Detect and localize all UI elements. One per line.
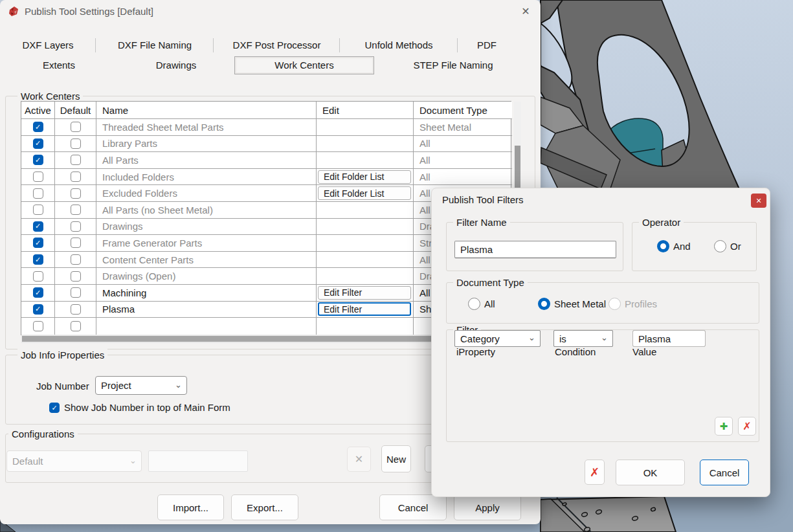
active-checkbox[interactable]: ✓: [33, 139, 43, 149]
document-type-group-label: Document Type: [453, 276, 528, 289]
tab-drawings[interactable]: Drawings: [118, 56, 234, 74]
edit-cell: [317, 119, 414, 136]
edit-button[interactable]: Edit Filter: [318, 286, 411, 300]
condition-combobox[interactable]: is ⌄: [553, 330, 613, 347]
document-type-value: All: [419, 287, 430, 298]
default-checkbox[interactable]: ✓: [71, 271, 81, 282]
default-cell: ✓: [55, 302, 96, 318]
tab-work-centers[interactable]: Work Centers: [234, 56, 374, 74]
default-checkbox[interactable]: ✓: [71, 321, 81, 331]
check-icon: ✓: [35, 124, 41, 131]
name-cell: [96, 318, 317, 335]
configurations-group-label: Configurations: [8, 428, 78, 440]
default-checkbox[interactable]: ✓: [71, 304, 81, 315]
active-checkbox[interactable]: ✓: [33, 287, 43, 298]
import-button[interactable]: Import...: [157, 494, 224, 520]
tab-step-file-naming[interactable]: STEP File Naming: [374, 56, 532, 74]
name-cell: Excluded Folders: [96, 185, 317, 202]
active-checkbox[interactable]: ✓: [33, 321, 43, 331]
edit-cell: [317, 235, 414, 252]
tab-unfold-methods[interactable]: Unfold Methods: [340, 36, 458, 54]
horizontal-scrollbar-thumb[interactable]: [22, 336, 496, 342]
active-checkbox[interactable]: ✓: [33, 188, 43, 199]
work-center-name: Plasma: [102, 304, 135, 315]
tab-pdf[interactable]: PDF: [458, 36, 516, 54]
default-checkbox[interactable]: ✓: [71, 172, 81, 182]
active-checkbox[interactable]: ✓: [33, 254, 43, 265]
publish-tool-filters-dialog: Publish Tool Filters ✕ Filter Name Opera…: [431, 188, 770, 497]
edit-cell: Edit Folder List: [317, 169, 414, 186]
active-cell: ✓: [21, 302, 55, 318]
default-checkbox[interactable]: ✓: [71, 155, 81, 165]
close-icon[interactable]: ✕: [517, 4, 534, 19]
show-job-number-checkbox[interactable]: ✓: [49, 403, 60, 413]
table-row: ✓ ✓ Threaded Sheet Metal Parts Sheet Met…: [21, 119, 511, 136]
ok-button[interactable]: OK: [616, 460, 685, 485]
default-cell: ✓: [55, 202, 96, 219]
edit-button[interactable]: Edit Filter: [318, 302, 411, 316]
radio-all[interactable]: [468, 298, 480, 310]
default-checkbox[interactable]: ✓: [71, 139, 81, 149]
document-type-value: All: [419, 138, 430, 149]
default-checkbox[interactable]: ✓: [71, 254, 81, 265]
active-checkbox[interactable]: ✓: [33, 221, 43, 232]
value-column-label: Value: [632, 346, 656, 357]
active-checkbox[interactable]: ✓: [33, 304, 43, 315]
doc-type-option-profiles: Profiles: [609, 298, 657, 310]
active-checkbox[interactable]: ✓: [33, 271, 43, 282]
close-icon[interactable]: ✕: [751, 194, 766, 208]
work-center-name: Excluded Folders: [102, 188, 177, 199]
work-center-name: Drawings (Open): [102, 271, 175, 282]
title-bar: Publish Tool Settings [Default] ✕: [0, 0, 541, 23]
radio-profiles-label: Profiles: [621, 298, 657, 309]
edit-button[interactable]: Edit Folder List: [318, 170, 411, 184]
filter-name-group: Filter Name: [446, 222, 623, 271]
filter-name-input[interactable]: [454, 241, 616, 258]
default-checkbox[interactable]: ✓: [71, 287, 81, 298]
default-checkbox[interactable]: ✓: [71, 238, 81, 248]
name-cell: Library Parts: [96, 136, 317, 153]
remove-filter-row-button[interactable]: ✗: [738, 417, 756, 436]
default-checkbox[interactable]: ✓: [71, 205, 81, 215]
check-icon: ✓: [35, 289, 41, 296]
name-cell: Drawings (Open): [96, 268, 317, 285]
tab-dxf-post-processor[interactable]: DXF Post Processor: [214, 36, 340, 54]
default-checkbox[interactable]: ✓: [71, 122, 81, 132]
radio-or[interactable]: [714, 240, 726, 252]
active-cell: ✓: [21, 136, 55, 153]
tab-extents[interactable]: Extents: [0, 56, 118, 74]
active-checkbox[interactable]: ✓: [33, 122, 43, 132]
active-checkbox[interactable]: ✓: [33, 155, 43, 165]
document-type-cell: All: [414, 136, 512, 153]
new-configuration-button[interactable]: New: [381, 445, 411, 472]
work-center-name: Content Center Parts: [102, 254, 194, 265]
cancel-button[interactable]: Cancel: [700, 460, 749, 485]
default-cell: ✓: [55, 268, 96, 285]
default-cell: ✓: [55, 235, 96, 252]
operator-option-and[interactable]: And: [657, 240, 691, 252]
edit-button[interactable]: Edit Folder List: [318, 186, 411, 200]
export-button[interactable]: Export...: [231, 494, 298, 520]
radio-sheet-metal[interactable]: [538, 298, 550, 310]
tab-dxf-file-naming[interactable]: DXF File Naming: [96, 36, 214, 54]
job-number-combobox[interactable]: Project ⌄: [95, 376, 187, 395]
iproperty-combobox[interactable]: Category ⌄: [454, 330, 541, 347]
default-checkbox[interactable]: ✓: [71, 221, 81, 232]
value-input[interactable]: [632, 330, 706, 347]
check-icon: ✓: [35, 140, 41, 147]
tab-dxf-layers[interactable]: DXF Layers: [0, 36, 96, 54]
check-icon: ✓: [35, 239, 41, 247]
doc-type-option-all[interactable]: All: [468, 298, 495, 310]
active-checkbox[interactable]: ✓: [33, 172, 43, 182]
column-header-edit: Edit: [317, 102, 414, 119]
doc-type-option-sheet-metal[interactable]: Sheet Metal: [538, 298, 606, 310]
delete-filter-button[interactable]: ✗: [585, 460, 605, 485]
active-checkbox[interactable]: ✓: [33, 205, 43, 215]
active-checkbox[interactable]: ✓: [33, 238, 43, 248]
add-filter-row-button[interactable]: ✚: [715, 417, 733, 436]
operator-option-or[interactable]: Or: [714, 240, 741, 252]
radio-and[interactable]: [657, 240, 669, 252]
apply-button[interactable]: Apply: [454, 494, 521, 520]
default-checkbox[interactable]: ✓: [71, 188, 81, 199]
cancel-button[interactable]: Cancel: [379, 494, 447, 520]
